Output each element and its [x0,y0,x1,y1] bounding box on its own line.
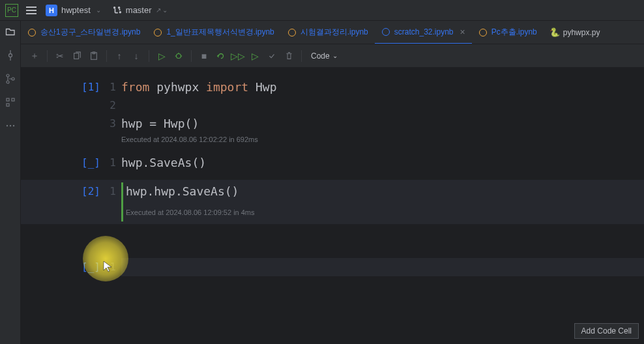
jupyter-icon [287,28,297,37]
branch-icon [113,6,122,15]
commit-icon[interactable] [5,50,16,61]
project-chevron-icon[interactable]: ⌄ [96,7,101,14]
left-sidebar [0,21,21,344]
paste-button[interactable] [87,49,101,63]
cell-exec-label: [_] [81,156,100,169]
tab-file-5[interactable]: 🐍pyhwpx.py [544,21,607,44]
svg-point-5 [12,78,14,80]
cell-type-dropdown[interactable]: Code⌄ [307,51,342,61]
svg-point-9 [6,125,7,126]
svg-point-15 [177,53,181,58]
line-number: 1 [106,182,121,222]
cut-button[interactable]: ✂ [53,49,67,63]
exec-info: Executed at 2024.08.06 12:02:22 in 692ms [121,136,258,143]
code-cell[interactable]: [_] 1 hwp.SaveAs() [21,151,644,175]
line-number: 1 [106,78,121,96]
top-bar: PC H hwptest ⌄ master ↗ ⌄ [0,0,644,21]
restart-button[interactable] [214,49,228,63]
svg-rect-8 [7,104,9,106]
run-all-button[interactable]: ▷▷ [231,49,245,63]
add-code-cell-button[interactable]: Add Code Cell [574,323,639,339]
tab-file-0[interactable]: 송산1공구_스타일변경.ipynb [21,21,147,44]
svg-rect-7 [12,98,14,101]
python-icon: 🐍 [550,28,559,37]
line-number: 1 [106,154,121,172]
line-number: 2 [106,96,121,115]
branch-sync-icon[interactable]: ↗ [156,7,161,14]
svg-point-3 [7,74,9,77]
clear-output-button[interactable] [265,49,279,63]
svg-rect-12 [74,53,79,59]
line-number: 3 [106,115,121,133]
tab-file-2[interactable]: 시험결과정리.ipynb [281,21,375,44]
jupyter-icon [153,28,162,37]
main-menu-button[interactable] [26,7,37,14]
jupyter-icon [27,28,37,37]
jupyter-icon [381,27,390,36]
line-number: 1 [106,258,121,276]
tab-file-4[interactable]: Pc추출.ipynb [472,21,544,44]
svg-point-10 [9,125,10,126]
structure-icon[interactable] [5,96,16,108]
modified-indicator [121,182,123,222]
code-cell[interactable]: [2] 1 hwp.hwp.SaveAs() Executed at 2024.… [21,180,644,224]
more-icon[interactable] [5,120,16,132]
project-name[interactable]: hwptest [61,5,91,15]
move-up-button[interactable]: ↑ [112,49,126,63]
delete-cell-button[interactable] [282,49,296,63]
tab-file-3[interactable]: scratch_32.ipynb× [375,21,472,44]
copy-button[interactable] [70,49,84,63]
notebook-area[interactable]: [1] 1 from pyhwpx import Hwp 2 3 [21,68,644,344]
close-icon[interactable]: × [460,27,465,37]
jupyter-icon [478,28,488,37]
svg-point-4 [7,81,9,83]
move-down-button[interactable]: ↓ [129,49,143,63]
run-selected-button[interactable]: ▷ [248,49,262,63]
tab-file-1[interactable]: 1_일반표제목행서식변경.ipynb [147,21,280,44]
svg-point-11 [12,125,14,126]
branch-name[interactable]: master [126,5,152,15]
run-cell-button[interactable]: ▷ [154,49,169,63]
project-badge: H [46,5,57,16]
stop-button[interactable]: ■ [197,49,211,63]
branch-chevron-icon[interactable]: ⌄ [162,7,168,14]
notebook-toolbar: ＋ ✂ ↑ ↓ ▷ ■ ▷▷ ▷ Code⌄ [21,44,644,68]
pycharm-icon: PC [5,4,18,17]
cell-exec-label: [_] [81,261,100,273]
vcs-icon[interactable] [5,73,16,85]
svg-rect-6 [7,98,9,101]
cell-exec-label: [2] [81,185,100,197]
code-cell[interactable]: [_] 1 [21,255,644,279]
debug-cell-button[interactable] [171,49,186,63]
folder-icon[interactable] [5,26,16,38]
cell-exec-label: [1] [81,81,100,93]
svg-point-0 [8,54,12,57]
tabs-bar: 송산1공구_스타일변경.ipynb 1_일반표제목행서식변경.ipynb 시험결… [21,21,644,44]
code-cell[interactable]: [1] 1 from pyhwpx import Hwp 2 3 [21,76,644,146]
exec-info: Executed at 2024.08.06 12:09:52 in 4ms [126,203,644,222]
add-cell-button[interactable]: ＋ [27,49,42,63]
